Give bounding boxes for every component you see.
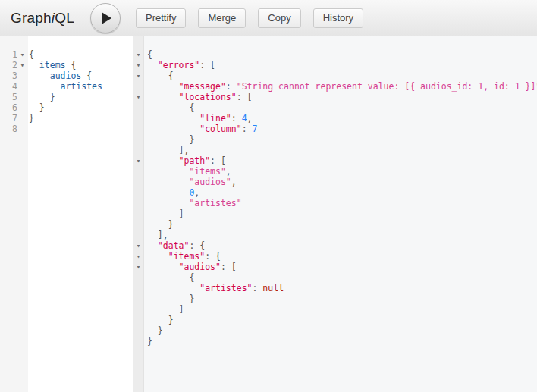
fold-gutter-cell [133, 230, 143, 240]
token-whitespace [29, 92, 50, 102]
code-line: } [133, 293, 537, 304]
execute-query-button[interactable] [90, 3, 121, 33]
token-whitespace [147, 251, 168, 262]
fold-arrow-icon[interactable]: ▾ [133, 155, 143, 166]
code-line: "audios", [133, 177, 537, 187]
code-line: } [133, 134, 537, 145]
fold-arrow-icon[interactable]: ▾ [133, 49, 143, 60]
token-number: 4 [242, 113, 247, 124]
code-line: ], [133, 230, 537, 240]
token-punctuation: ] [179, 209, 184, 219]
line-number: 5 [0, 92, 17, 102]
token-whitespace [147, 166, 189, 177]
token-whitespace [147, 102, 189, 113]
query-editor[interactable]: 1▾{2▾ items {3 audios {4 artistes5 }6 }7… [0, 36, 133, 392]
token-key: "path" [179, 155, 211, 166]
fold-gutter-cell [133, 315, 143, 325]
fold-gutter-cell [133, 304, 143, 315]
code-line: } [133, 325, 537, 336]
token-whitespace [147, 113, 199, 124]
line-number: 8 [0, 124, 17, 134]
fold-gutter-cell [17, 71, 27, 81]
token-string: "artistes" [189, 198, 241, 209]
code-line: "artistes": null [133, 283, 537, 293]
token-punctuation: : [231, 113, 242, 124]
fold-arrow-icon[interactable]: ▾ [133, 92, 143, 102]
code-line: ] [133, 209, 537, 219]
token-whitespace [147, 283, 199, 293]
token-key: "errors" [158, 60, 199, 71]
token-string: "audios" [189, 177, 231, 187]
fold-gutter-cell [133, 336, 143, 347]
history-button[interactable]: History [313, 8, 363, 28]
code-line: ▾ "errors": [ [133, 60, 537, 71]
token-punctuation: { [65, 60, 76, 71]
code-line: "items", [133, 166, 537, 177]
code-line: ▾ "items": { [133, 251, 537, 262]
token-punctuation: : [226, 81, 237, 92]
merge-button[interactable]: Merge [198, 8, 246, 28]
token-whitespace [147, 198, 189, 209]
token-field: audios [50, 71, 82, 81]
token-punctuation: { [189, 102, 194, 113]
code-line: 3 audios { [0, 71, 133, 81]
fold-arrow-icon[interactable]: ▾ [133, 60, 143, 71]
topbar: GraphiQL Prettify Merge Copy History [0, 0, 537, 36]
token-key: "data" [158, 240, 190, 251]
line-number: 2 [0, 60, 17, 71]
token-key: "audios" [179, 262, 221, 272]
token-punctuation: , [231, 177, 237, 187]
token-punctuation: : [ [221, 262, 237, 272]
fold-gutter-cell [133, 102, 143, 113]
token-whitespace [29, 81, 61, 92]
fold-gutter-cell [133, 198, 143, 209]
token-punctuation: } [158, 325, 163, 336]
fold-gutter-cell [133, 293, 143, 304]
fold-gutter-cell [133, 325, 143, 336]
token-field: items [39, 60, 66, 71]
token-punctuation: } [189, 134, 194, 145]
token-punctuation: : [242, 124, 253, 134]
fold-arrow-icon[interactable]: ▾ [17, 49, 27, 60]
fold-gutter-cell [133, 187, 143, 198]
fold-gutter-cell [17, 124, 27, 134]
fold-gutter-cell [133, 272, 143, 283]
token-whitespace [29, 102, 39, 113]
token-number: 7 [253, 124, 258, 134]
code-line: ] [133, 304, 537, 315]
token-whitespace [147, 240, 158, 251]
fold-arrow-icon[interactable]: ▾ [17, 60, 27, 71]
code-line: 2▾ items { [0, 60, 133, 71]
fold-arrow-icon[interactable]: ▾ [133, 240, 143, 251]
token-whitespace [147, 71, 168, 81]
fold-arrow-icon[interactable]: ▾ [133, 71, 143, 81]
token-whitespace [147, 262, 179, 272]
token-whitespace [147, 60, 158, 71]
token-whitespace [147, 209, 179, 219]
code-line: } [133, 315, 537, 325]
token-field: artistes [61, 81, 102, 92]
token-punctuation: { [189, 272, 194, 283]
code-line: ▾{ [133, 49, 537, 60]
token-punctuation: : [ [210, 155, 226, 166]
token-punctuation: ], [179, 145, 190, 155]
token-punctuation: } [168, 315, 174, 325]
fold-arrow-icon[interactable]: ▾ [133, 262, 143, 272]
fold-gutter-cell [133, 113, 143, 124]
code-line: "artistes" [133, 198, 537, 209]
token-key: "line" [199, 113, 231, 124]
fold-gutter-cell [133, 134, 143, 145]
code-line: } [133, 336, 537, 347]
token-whitespace [147, 81, 179, 92]
fold-arrow-icon[interactable]: ▾ [133, 251, 143, 262]
token-whitespace [147, 145, 179, 155]
line-number: 7 [0, 113, 17, 124]
copy-button[interactable]: Copy [258, 8, 300, 28]
code-line: 0, [133, 187, 537, 198]
fold-gutter-cell [17, 92, 27, 102]
token-punctuation: { [147, 49, 152, 60]
prettify-button[interactable]: Prettify [136, 8, 186, 28]
code-line: { [133, 272, 537, 283]
code-line: ▾ "locations": [ [133, 92, 537, 102]
token-whitespace [147, 230, 158, 240]
